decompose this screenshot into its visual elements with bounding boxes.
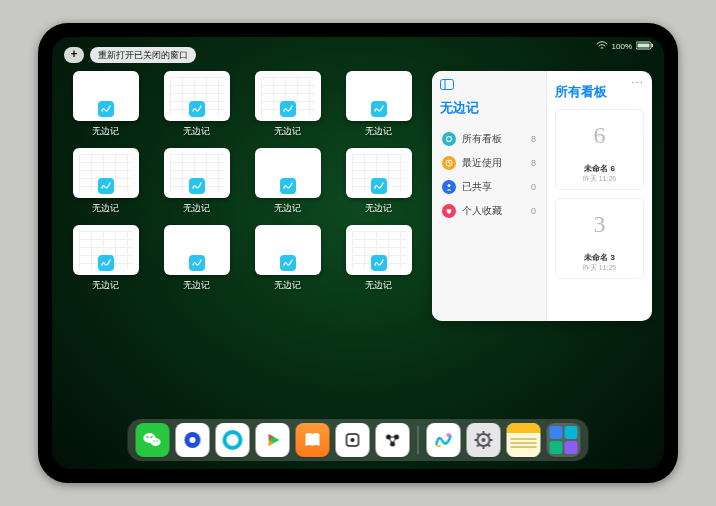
app-badge-icon xyxy=(280,255,296,271)
app-window-thumbnail[interactable]: 无边记 xyxy=(155,225,238,292)
app-badge-icon xyxy=(98,101,114,117)
svg-point-7 xyxy=(448,184,451,187)
svg-point-10 xyxy=(147,436,149,438)
svg-line-36 xyxy=(477,434,479,436)
sidebar-item-label: 所有看板 xyxy=(462,132,502,146)
atoms-icon[interactable] xyxy=(376,423,410,457)
app-badge-icon xyxy=(189,255,205,271)
wechat-icon[interactable] xyxy=(136,423,170,457)
svg-line-39 xyxy=(477,445,479,447)
app-library-icon[interactable] xyxy=(547,423,581,457)
app-window-thumbnail[interactable]: 无边记 xyxy=(337,148,420,215)
sidebar-item-label: 个人收藏 xyxy=(462,204,502,218)
panel-left-title: 无边记 xyxy=(440,99,538,117)
app-window-label: 无边记 xyxy=(365,202,392,215)
app-window-thumbnail[interactable]: 无边记 xyxy=(337,225,420,292)
svg-point-15 xyxy=(190,437,196,443)
notes-icon[interactable] xyxy=(507,423,541,457)
app-window-thumbnail[interactable]: 无边记 xyxy=(155,71,238,138)
top-controls: + 重新打开已关闭的窗口 xyxy=(64,47,196,63)
app-badge-icon xyxy=(280,178,296,194)
sidebar-item-count: 0 xyxy=(531,206,536,216)
app-window-thumbnail[interactable]: 无边记 xyxy=(337,71,420,138)
board-canvas-preview: 3 xyxy=(556,199,643,249)
app-window-thumbnail[interactable]: 无边记 xyxy=(64,148,147,215)
app-badge-icon xyxy=(98,178,114,194)
play-icon[interactable] xyxy=(256,423,290,457)
svg-point-9 xyxy=(151,438,161,446)
app-window-thumbnail[interactable]: 无边记 xyxy=(246,71,329,138)
svg-line-38 xyxy=(488,434,490,436)
app-badge-icon xyxy=(371,178,387,194)
app-window-label: 无边记 xyxy=(92,202,119,215)
window-grid: 无边记无边记无边记无边记无边记无边记无边记无边记无边记无边记无边记无边记 xyxy=(64,71,426,419)
board-name: 未命名 3 xyxy=(562,252,637,263)
app-window-label: 无边记 xyxy=(92,125,119,138)
settings-icon[interactable] xyxy=(467,423,501,457)
sidebar-item-count: 8 xyxy=(531,158,536,168)
sidebar-toggle-icon[interactable] xyxy=(440,79,538,93)
clock-icon xyxy=(442,156,456,170)
svg-point-12 xyxy=(153,440,155,442)
svg-point-31 xyxy=(482,438,486,442)
sidebar-item-count: 8 xyxy=(531,134,536,144)
svg-point-16 xyxy=(225,432,241,448)
sidebar-item[interactable]: 已共享0 xyxy=(440,175,538,199)
dice-icon[interactable] xyxy=(336,423,370,457)
freeform-side-panel: 无边记 所有看板8最近使用8已共享0个人收藏0 ··· 所有看板 6未命名 6昨… xyxy=(432,71,652,321)
app-badge-icon xyxy=(371,101,387,117)
app-window-label: 无边记 xyxy=(274,202,301,215)
content-area: 无边记无边记无边记无边记无边记无边记无边记无边记无边记无边记无边记无边记 无边记… xyxy=(52,71,664,419)
app-badge-icon xyxy=(371,255,387,271)
app-window-label: 无边记 xyxy=(183,125,210,138)
more-button[interactable]: ··· xyxy=(631,75,644,89)
sidebar-item-label: 最近使用 xyxy=(462,156,502,170)
svg-point-28 xyxy=(447,433,451,437)
app-window-thumbnail[interactable]: 无边记 xyxy=(246,148,329,215)
freeform-icon[interactable] xyxy=(427,423,461,457)
reopen-closed-window-button[interactable]: 重新打开已关闭的窗口 xyxy=(90,47,196,63)
svg-point-11 xyxy=(151,436,153,438)
app-badge-icon xyxy=(98,255,114,271)
ipad-frame: 100% + 重新打开已关闭的窗口 无边记无边记无边记无边记无边记无边记无边记无… xyxy=(38,23,678,483)
board-thumbnail[interactable]: 3未命名 3昨天 11:25 xyxy=(555,198,644,279)
sidebar-item[interactable]: 个人收藏0 xyxy=(440,199,538,223)
svg-line-37 xyxy=(488,445,490,447)
app-badge-icon xyxy=(189,101,205,117)
sidebar-item-label: 已共享 xyxy=(462,180,492,194)
books-icon[interactable] xyxy=(296,423,330,457)
heart-icon xyxy=(442,204,456,218)
app-badge-icon xyxy=(189,178,205,194)
person-icon xyxy=(442,180,456,194)
add-window-button[interactable]: + xyxy=(64,47,84,63)
svg-point-13 xyxy=(156,440,158,442)
dock xyxy=(128,419,589,461)
screen: 100% + 重新打开已关闭的窗口 无边记无边记无边记无边记无边记无边记无边记无… xyxy=(52,37,664,469)
browser1-icon[interactable] xyxy=(176,423,210,457)
app-window-thumbnail[interactable]: 无边记 xyxy=(246,225,329,292)
panel-sidebar: 无边记 所有看板8最近使用8已共享0个人收藏0 xyxy=(432,71,547,321)
sidebar-item-count: 0 xyxy=(531,182,536,192)
app-window-label: 无边记 xyxy=(92,279,119,292)
svg-rect-1 xyxy=(638,44,650,48)
board-canvas-preview: 6 xyxy=(556,110,643,160)
browser2-icon[interactable] xyxy=(216,423,250,457)
sidebar-item[interactable]: 所有看板8 xyxy=(440,127,538,151)
board-date: 昨天 11:26 xyxy=(562,174,637,184)
sidebar-item[interactable]: 最近使用8 xyxy=(440,151,538,175)
app-window-thumbnail[interactable]: 无边记 xyxy=(64,225,147,292)
wifi-icon xyxy=(596,41,608,52)
svg-point-5 xyxy=(447,137,452,142)
dock-separator xyxy=(418,426,419,454)
svg-rect-2 xyxy=(652,44,654,47)
app-window-label: 无边记 xyxy=(365,279,392,292)
board-date: 昨天 11:25 xyxy=(562,263,637,273)
board-thumbnail[interactable]: 6未命名 6昨天 11:26 xyxy=(555,109,644,190)
app-window-thumbnail[interactable]: 无边记 xyxy=(155,148,238,215)
svg-rect-3 xyxy=(441,80,454,90)
battery-label: 100% xyxy=(612,42,632,51)
app-window-thumbnail[interactable]: 无边记 xyxy=(64,71,147,138)
app-window-label: 无边记 xyxy=(274,279,301,292)
panel-main: ··· 所有看板 6未命名 6昨天 11:263未命名 3昨天 11:25 xyxy=(547,71,652,321)
svg-point-21 xyxy=(351,438,355,442)
